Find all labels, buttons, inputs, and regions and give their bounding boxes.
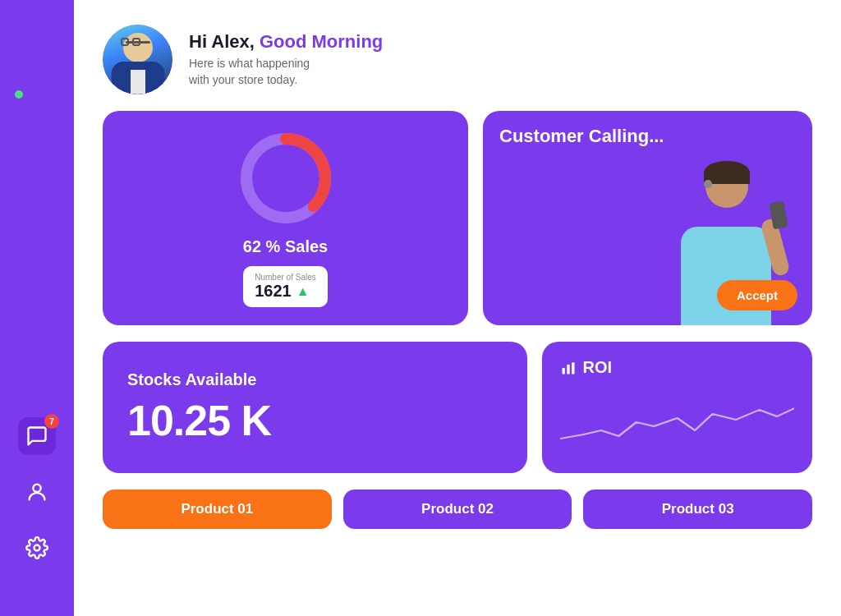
accept-button[interactable]: Accept (717, 280, 797, 310)
greeting-section: Hi Alex, Good Morning Here is what happe… (189, 31, 383, 88)
sidebar-nav: 7 (18, 417, 56, 591)
greeting-highlight: Good Morning (260, 31, 383, 52)
product-01-button[interactable]: Product 01 (103, 490, 332, 529)
main-content: Hi Alex, Good Morning Here is what happe… (74, 0, 841, 616)
customer-card: Customer Calling... (483, 111, 812, 325)
bar-chart-icon (560, 360, 577, 376)
stocks-label: Stocks Available (127, 370, 503, 389)
sales-number-box: Number of Sales 1621 ▲ (243, 266, 327, 307)
user-icon (25, 480, 48, 503)
donut-svg (237, 129, 335, 228)
chat-badge: 7 (44, 414, 59, 429)
sidebar-item-chat[interactable]: 7 (18, 417, 56, 455)
greeting-subtitle: Here is what happening with your store t… (189, 56, 383, 88)
svg-point-0 (33, 485, 40, 492)
roi-card: ROI (542, 342, 812, 473)
product-row: Product 01 Product 02 Product 03 (103, 490, 812, 529)
status-dot (15, 90, 23, 99)
cards-row-2: Stocks Available 10.25 K ROI (103, 342, 812, 473)
svg-rect-4 (562, 368, 564, 375)
donut-chart (237, 129, 335, 228)
header: Hi Alex, Good Morning Here is what happe… (103, 25, 812, 94)
greeting-prefix: Hi Alex, (189, 31, 260, 52)
sidebar: 7 (0, 0, 74, 616)
up-arrow-icon: ▲ (296, 284, 310, 299)
product-02-button[interactable]: Product 02 (343, 490, 572, 529)
sales-number-value: 1621 ▲ (255, 282, 309, 301)
product-03-button[interactable]: Product 03 (583, 490, 812, 529)
greeting-title: Hi Alex, Good Morning (189, 31, 383, 53)
svg-rect-6 (572, 362, 574, 374)
roi-line-chart (560, 385, 794, 451)
cards-row-1: 62 % Sales Number of Sales 1621 ▲ Custom… (103, 111, 812, 325)
settings-icon (25, 536, 48, 559)
sidebar-item-user[interactable] (18, 473, 56, 511)
roi-chart (560, 385, 794, 457)
stocks-value: 10.25 K (127, 396, 503, 445)
svg-rect-5 (567, 364, 569, 374)
avatar-image (103, 25, 172, 94)
sales-card: 62 % Sales Number of Sales 1621 ▲ (103, 111, 468, 325)
roi-header: ROI (560, 358, 794, 377)
sales-number-title: Number of Sales (255, 273, 315, 282)
sidebar-item-settings[interactable] (18, 529, 56, 567)
svg-point-1 (34, 545, 40, 551)
avatar (103, 25, 172, 94)
sales-label: 62 % Sales (243, 237, 328, 256)
stocks-card: Stocks Available 10.25 K (103, 342, 527, 473)
chat-icon (25, 425, 48, 448)
customer-card-title: Customer Calling... (499, 126, 664, 147)
